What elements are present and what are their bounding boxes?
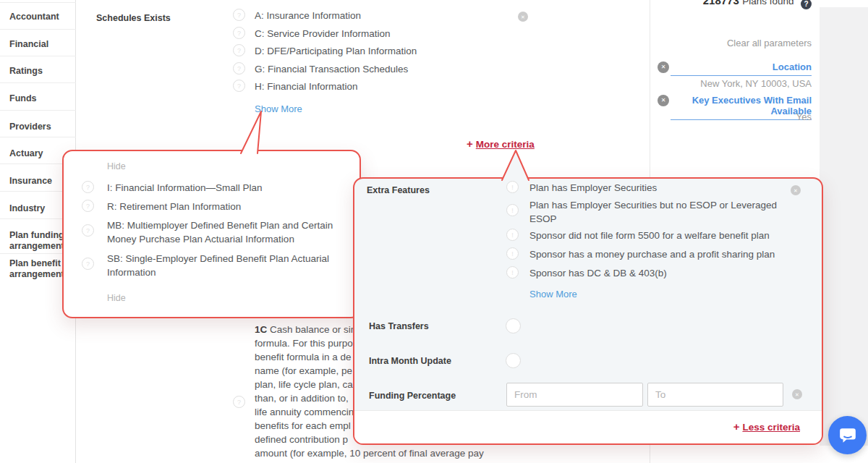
sidebar-item-ratings[interactable]: Ratings [9,66,73,77]
results-count: 218773 Plans found ? [703,0,812,9]
clear-all-parameters-link[interactable]: Clear all parameters [727,38,812,48]
sidebar-item-accountant[interactable]: Accountant [9,12,73,22]
schedule-option-a[interactable]: ? A: Insurance Information [233,9,361,22]
funding-from-input[interactable] [506,383,643,407]
has-transfers-radio[interactable] [506,318,521,334]
has-transfers-label: Has Transfers [369,321,429,331]
key-executives-filter-link[interactable]: Key Executives With Email Available [671,95,812,120]
schedule-option-r[interactable]: R: Retirement Plan Information [107,200,241,213]
more-criteria-popup: Extra Features ✕ ! Plan has Employer Sec… [353,177,823,445]
extra-option-dc-db-403b[interactable]: Sponsor has DC & DB & 403(b) [529,266,667,280]
radio-help-icon[interactable]: ? [82,224,94,237]
clear-funding-percentage-icon[interactable]: ✕ [792,389,802,399]
radio-help-icon[interactable]: ? [233,44,245,56]
intra-month-update-label: Intra Month Update [369,356,451,366]
radio-info-icon[interactable]: ! [506,204,519,216]
schedule-option-d[interactable]: ? D: DFE/Participating Plan Information [233,44,417,58]
radio-info-icon[interactable]: ! [506,247,519,260]
sidebar-item-financial[interactable]: Financial [9,39,73,50]
funding-percentage-label: Funding Percentage [369,391,456,401]
schedules-show-more-link[interactable]: Show More [255,103,302,114]
radio-help-icon[interactable]: ? [82,200,94,212]
results-help-icon[interactable]: ? [801,0,812,9]
remove-key-exec-filter-icon[interactable]: ✕ [658,95,669,106]
funding-to-input[interactable] [647,383,783,407]
intra-month-update-radio[interactable] [506,353,521,368]
less-criteria-link[interactable]: +Less criteria [733,420,800,433]
location-filter-value: New York, NY 10003, USA [700,78,812,89]
extra-features-show-more-link[interactable]: Show More [529,289,577,300]
radio-help-icon[interactable]: ? [233,9,245,21]
extra-option-no-esop[interactable]: Plan has Employer Securities but no ESOP… [529,198,777,226]
radio-help-icon[interactable]: ? [82,181,94,193]
extra-features-label: Extra Features [367,185,430,195]
sidebar-item-funds[interactable]: Funds [9,93,73,104]
chat-launcher-button[interactable] [828,416,867,454]
chat-icon [838,426,857,445]
schedules-more-options-popup: Hide ? I: Financial Information—Small Pl… [62,150,361,318]
radio-help-icon[interactable]: ? [82,258,94,270]
hide-link-bottom[interactable]: Hide [107,293,126,303]
sidebar-item-providers[interactable]: Providers [9,122,73,132]
popup-footer: +Less criteria [354,410,822,443]
results-list-background [820,7,868,446]
clear-extra-features-icon[interactable]: ✕ [791,185,801,195]
extra-option-employer-securities[interactable]: Plan has Employer Securities [529,181,657,195]
plus-icon: + [467,137,473,150]
schedule-option-g[interactable]: ? G: Financial Transaction Schedules [233,62,408,76]
location-filter-link[interactable]: Location [671,61,812,76]
more-criteria-link[interactable]: +More criteria [467,137,535,150]
schedule-option-c[interactable]: ? C: Service Provider Information [233,27,391,41]
schedules-exists-label: Schedules Exists [96,13,171,23]
remove-location-filter-icon[interactable]: ✕ [658,61,669,73]
radio-help-icon[interactable]: ? [233,396,245,408]
extra-option-money-purchase-profit-sharing[interactable]: Sponsor has a money purchase and a profi… [529,247,775,261]
radio-help-icon[interactable]: ? [233,62,245,75]
schedule-option-i[interactable]: I: Financial Information—Small Plan [107,181,263,195]
radio-info-icon[interactable]: ! [506,266,519,279]
extra-option-no-5500-welfare[interactable]: Sponsor did not file form 5500 for a wel… [529,229,770,242]
radio-help-icon[interactable]: ? [233,80,245,92]
key-executives-filter-value: Yes [796,111,812,122]
schedule-option-h[interactable]: ? H: Financial Information [233,80,358,93]
plus-icon: + [733,420,740,433]
radio-info-icon[interactable]: ! [506,229,519,241]
schedule-option-mb[interactable]: MB: Multiemployer Defined Benefit Plan a… [107,218,333,246]
clear-schedules-icon[interactable]: ✕ [518,12,528,22]
hide-link-top[interactable]: Hide [107,161,126,171]
schedule-option-sb[interactable]: SB: Single-Employer Defined Benefit Plan… [107,252,329,279]
radio-help-icon[interactable]: ? [233,27,245,39]
radio-info-icon[interactable]: ! [506,181,519,193]
